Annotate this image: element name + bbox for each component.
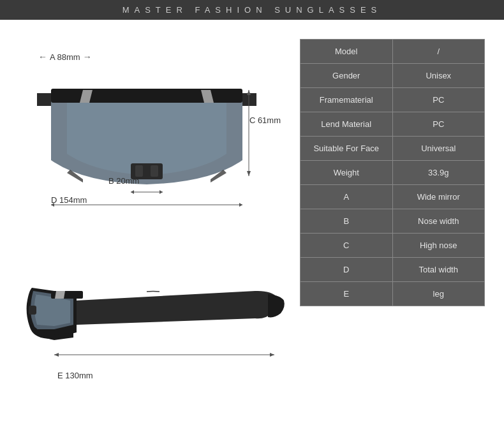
side-view-container: E 130mm — [19, 256, 274, 383]
dimension-b-label: B 20mm — [108, 176, 139, 186]
svg-marker-17 — [55, 291, 65, 299]
spec-row: DTotal width — [300, 258, 484, 282]
c-value: C 61mm — [249, 115, 281, 125]
front-view-svg — [32, 71, 262, 211]
e-value: E 130mm — [57, 371, 93, 380]
spec-row: Weight33.9g — [300, 161, 484, 185]
dimension-d-label: D 154mm — [51, 195, 87, 205]
svg-marker-9 — [159, 190, 163, 194]
spec-row: CHigh nose — [300, 234, 484, 258]
spec-value: Universal — [393, 137, 485, 160]
spec-row: BNose width — [300, 209, 484, 234]
spec-value: Total width — [393, 258, 485, 281]
svg-marker-20 — [54, 353, 59, 357]
spec-label: A — [300, 185, 393, 209]
svg-rect-5 — [135, 165, 143, 177]
site-header: MASTER FASHION SUNGLASSES — [0, 0, 504, 20]
main-content: ← A 88mm → — [0, 20, 504, 443]
spec-label: Gender — [300, 64, 393, 87]
spec-label: C — [300, 234, 393, 257]
side-view-svg — [19, 256, 287, 364]
spec-row: Lend MaterialPC — [300, 112, 484, 137]
spec-label: Lend Material — [300, 112, 393, 136]
front-view-container: ← A 88mm → — [19, 52, 287, 237]
d-value: D 154mm — [51, 195, 87, 205]
spec-label: Model — [300, 40, 393, 63]
svg-marker-15 — [247, 171, 251, 176]
svg-marker-21 — [270, 353, 274, 357]
spec-label: B — [300, 209, 393, 233]
spec-value: 33.9g — [393, 161, 485, 184]
spec-value: Wide mirror — [393, 185, 485, 209]
spec-value: PC — [393, 112, 485, 136]
spec-value: leg — [393, 282, 485, 306]
svg-marker-12 — [239, 203, 242, 207]
spec-value: / — [393, 40, 485, 63]
dimension-e-label: E 130mm — [57, 371, 93, 380]
spec-row: Suitable For FaceUniversal — [300, 137, 484, 161]
spec-value: Nose width — [393, 209, 485, 233]
svg-marker-8 — [131, 190, 134, 194]
dimension-c-label: C 61mm — [249, 115, 281, 125]
svg-rect-6 — [151, 165, 158, 177]
spec-row: AWide mirror — [300, 185, 484, 209]
specs-table: Model/GenderUnisexFramematerialPCLend Ma… — [300, 39, 485, 306]
spec-value: Unisex — [393, 64, 485, 87]
spec-label: D — [300, 258, 393, 281]
a-value: A 88mm — [50, 52, 80, 62]
spec-row: Model/ — [300, 40, 484, 64]
dimension-a-label: ← A 88mm → — [38, 52, 92, 62]
site-title: MASTER FASHION SUNGLASSES — [122, 5, 382, 15]
spec-row: FramematerialPC — [300, 88, 484, 112]
spec-label: Framematerial — [300, 88, 393, 112]
spec-label: Weight — [300, 161, 393, 184]
svg-rect-18 — [29, 306, 36, 315]
spec-value: PC — [393, 88, 485, 112]
spec-label: E — [300, 282, 393, 306]
spec-label: Suitable For Face — [300, 137, 393, 160]
spec-row: GenderUnisex — [300, 64, 484, 88]
b-value: B 20mm — [108, 176, 139, 186]
svg-marker-14 — [247, 90, 251, 95]
spec-row: Eleg — [300, 282, 484, 306]
left-panel: ← A 88mm → — [19, 33, 287, 430]
spec-value: High nose — [393, 234, 485, 257]
svg-rect-1 — [51, 89, 242, 103]
